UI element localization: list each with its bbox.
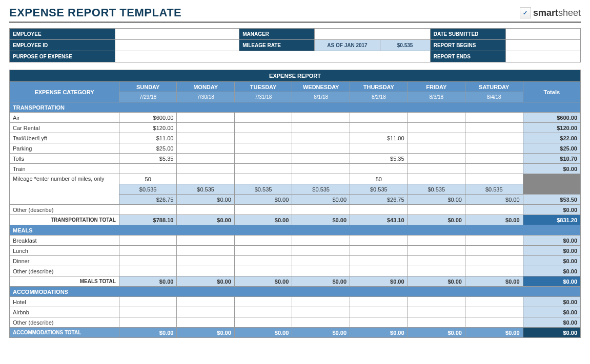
expense-cell[interactable] [465,297,523,307]
expense-cell[interactable] [408,113,465,123]
other-cell[interactable] [408,205,465,215]
expense-cell[interactable] [292,133,350,143]
employee-id-value[interactable] [115,40,239,51]
expense-cell[interactable]: $600.00 [119,113,176,123]
date-submitted-value[interactable] [506,29,581,40]
expense-cell[interactable] [119,307,176,317]
mileage-miles-cell[interactable]: 50 [350,174,408,184]
expense-cell[interactable] [408,123,465,133]
expense-cell[interactable] [177,133,234,143]
other-cell[interactable] [350,205,408,215]
expense-cell[interactable] [177,246,234,256]
expense-cell[interactable] [292,164,350,174]
expense-cell[interactable] [465,113,523,123]
expense-cell[interactable] [350,164,408,174]
expense-cell[interactable] [292,297,350,307]
expense-cell[interactable] [350,235,408,246]
expense-cell[interactable] [408,164,465,174]
mileage-miles-cell[interactable] [234,174,292,184]
expense-cell[interactable] [234,266,292,276]
expense-cell[interactable] [177,113,234,123]
other-cell[interactable] [119,205,176,215]
expense-cell[interactable] [119,246,176,256]
expense-cell[interactable] [408,246,465,256]
expense-cell[interactable] [234,154,292,164]
expense-cell[interactable] [350,266,408,276]
expense-cell[interactable] [408,317,465,328]
expense-cell[interactable] [234,164,292,174]
expense-cell[interactable] [234,317,292,328]
expense-cell[interactable] [234,307,292,317]
expense-cell[interactable] [292,246,350,256]
expense-cell[interactable] [465,143,523,154]
expense-cell[interactable] [292,143,350,154]
other-cell[interactable] [177,205,234,215]
expense-cell[interactable] [177,143,234,154]
expense-cell[interactable]: $5.35 [350,154,408,164]
expense-cell[interactable] [408,143,465,154]
expense-cell[interactable] [408,307,465,317]
expense-cell[interactable] [465,246,523,256]
expense-cell[interactable] [292,266,350,276]
expense-cell[interactable] [350,317,408,328]
expense-cell[interactable] [350,256,408,266]
expense-cell[interactable] [292,154,350,164]
expense-cell[interactable] [177,123,234,133]
expense-cell[interactable] [350,113,408,123]
expense-cell[interactable]: $11.00 [350,133,408,143]
employee-value[interactable] [115,29,239,40]
expense-cell[interactable] [465,307,523,317]
expense-cell[interactable] [119,297,176,307]
expense-cell[interactable] [408,235,465,246]
expense-cell[interactable]: $120.00 [119,123,176,133]
expense-cell[interactable] [292,317,350,328]
expense-cell[interactable] [350,123,408,133]
expense-cell[interactable] [177,256,234,266]
expense-cell[interactable] [119,235,176,246]
expense-cell[interactable] [234,113,292,123]
expense-cell[interactable] [465,133,523,143]
other-cell[interactable] [234,205,292,215]
expense-cell[interactable] [177,164,234,174]
expense-cell[interactable] [119,256,176,266]
expense-cell[interactable] [465,235,523,246]
purpose-value[interactable] [115,51,430,62]
expense-cell[interactable] [350,246,408,256]
other-cell[interactable] [465,205,523,215]
expense-cell[interactable] [234,235,292,246]
mileage-miles-cell[interactable] [465,174,523,184]
expense-cell[interactable] [292,307,350,317]
manager-value[interactable] [315,29,430,40]
other-cell[interactable] [292,205,350,215]
expense-cell[interactable] [177,235,234,246]
expense-cell[interactable] [234,143,292,154]
expense-cell[interactable]: $11.00 [119,133,176,143]
expense-cell[interactable] [408,256,465,266]
expense-cell[interactable] [119,164,176,174]
expense-cell[interactable] [234,123,292,133]
expense-cell[interactable] [350,143,408,154]
report-begins-value[interactable] [506,40,581,51]
expense-cell[interactable] [234,256,292,266]
expense-cell[interactable] [119,266,176,276]
expense-cell[interactable] [408,266,465,276]
mileage-miles-cell[interactable] [177,174,234,184]
expense-cell[interactable] [177,317,234,328]
expense-cell[interactable] [350,297,408,307]
expense-cell[interactable] [408,133,465,143]
expense-cell[interactable] [465,164,523,174]
expense-cell[interactable]: $5.35 [119,154,176,164]
expense-cell[interactable] [465,317,523,328]
expense-cell[interactable] [234,297,292,307]
expense-cell[interactable] [234,133,292,143]
expense-cell[interactable] [292,113,350,123]
expense-cell[interactable] [234,246,292,256]
expense-cell[interactable]: $25.00 [119,143,176,154]
expense-cell[interactable] [119,317,176,328]
expense-cell[interactable] [465,123,523,133]
expense-cell[interactable] [408,154,465,164]
mileage-miles-cell[interactable] [408,174,465,184]
expense-cell[interactable] [292,256,350,266]
expense-cell[interactable] [177,307,234,317]
expense-cell[interactable] [177,297,234,307]
